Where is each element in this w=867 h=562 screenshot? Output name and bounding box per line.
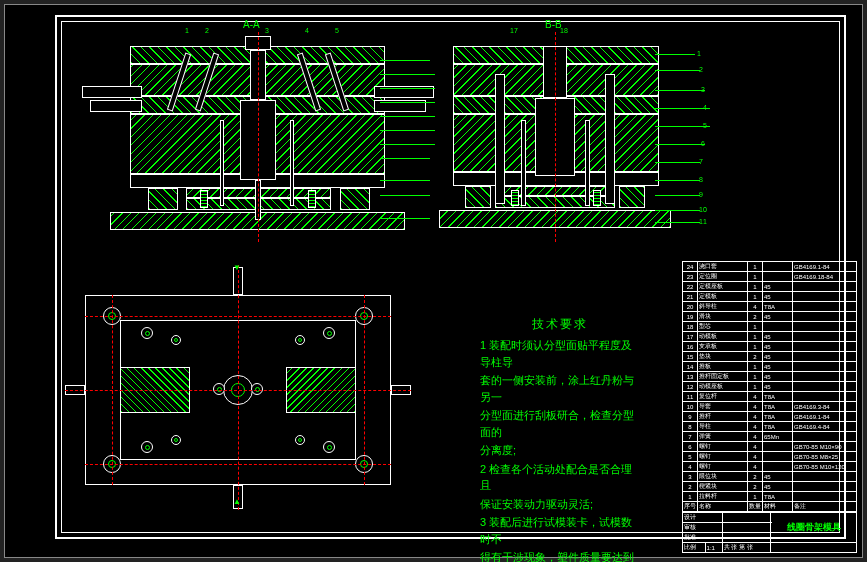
bom-row: 3限位块245 (683, 472, 857, 482)
notes-title: 技术要求 (480, 315, 640, 333)
bom-row: 11复位杆4T8A (683, 392, 857, 402)
bom-table: 24浇口套1GB4169.1-8423定位圈1GB4169.18-8422定模座… (682, 261, 857, 512)
tb-check-label: 审核 (683, 523, 723, 533)
cad-canvas: A-A (4, 4, 863, 558)
bom-row: 13推杆固定板145 (683, 372, 857, 382)
bom-row: 4螺钉4GB70-85 M10×120 (683, 462, 857, 472)
leader-num: 10 (699, 206, 707, 213)
bom-row: 6螺钉4GB70-85 M10×90 (683, 442, 857, 452)
plan-view: ▼ ▲ (65, 265, 410, 510)
bom-row: 1拉料杆1T8A (683, 492, 857, 502)
leader-num: 18 (560, 27, 568, 34)
bom-row: 12动模座板145 (683, 382, 857, 392)
leader-num: 4 (305, 27, 309, 34)
bom-row: 8导柱4T8AGB4169.4-84 (683, 422, 857, 432)
leader-num: 1 (185, 27, 189, 34)
section-label-a: A-A (243, 19, 260, 30)
bom-row: 22定模座板145 (683, 282, 857, 292)
bom-row: 16支承板145 (683, 342, 857, 352)
note-line: 套的一侧安装前，涂上红丹粉与另一 (480, 372, 640, 405)
leader-num: 1 (697, 50, 701, 57)
bom-row: 18型芯1 (683, 322, 857, 332)
tb-approve-label: 批准 (683, 533, 723, 543)
bom-row: 21定模板145 (683, 292, 857, 302)
leader-num: 2 (205, 27, 209, 34)
note-line: 2 检查各个活动处配合是否合理且 (480, 461, 640, 494)
leader-num: 4 (703, 104, 707, 111)
note-line: 保证安装动力驱动灵活; (480, 496, 640, 513)
bom-row: 14推板145 (683, 362, 857, 372)
bom-row: 9推杆4T8AGB4169.1-84 (683, 412, 857, 422)
leader-num: 5 (703, 122, 707, 129)
leader-num: 8 (699, 176, 703, 183)
bom-row: 15垫块245 (683, 352, 857, 362)
leader-num: 7 (699, 158, 703, 165)
bom-row: 2楔紧块245 (683, 482, 857, 492)
bom-row: 20斜导柱4T8A (683, 302, 857, 312)
tb-design-label: 设计 (683, 513, 723, 523)
note-line: 1 装配时须认分型面贴平程度及导柱导 (480, 337, 640, 370)
note-line: 分离度; (480, 442, 640, 459)
tb-sheet: 共 张 第 张 (722, 543, 770, 553)
bom-and-titleblock: 24浇口套1GB4169.1-8423定位圈1GB4169.18-8422定模座… (682, 261, 857, 553)
leader-num: 17 (510, 27, 518, 34)
bom-header-row: 序号名称数量材料备注 (683, 502, 857, 512)
leader-num: 11 (699, 218, 707, 225)
leader-num: 3 (265, 27, 269, 34)
bom-row: 23定位圈1GB4169.18-84 (683, 272, 857, 282)
leader-num: 2 (699, 66, 703, 73)
bom-row: 17动模板145 (683, 332, 857, 342)
bom-row: 10导套4T8AGB4169.3-84 (683, 402, 857, 412)
drawing-title: 线圈骨架模具 (771, 513, 857, 543)
note-line: 得有干涉现象，塑件质量要达到设计 (480, 549, 640, 562)
bom-row: 24浇口套1GB4169.1-84 (683, 262, 857, 272)
leader-num: 9 (699, 191, 703, 198)
bom-row: 19滑块245 (683, 312, 857, 322)
note-line: 分型面进行刮板研合，检查分型面的 (480, 407, 640, 440)
tb-scale-label: 比例 (683, 543, 706, 553)
section-view-b (435, 40, 675, 250)
leader-num: 3 (701, 86, 705, 93)
note-line: 3 装配后进行试模装卡，试模数时不 (480, 514, 640, 547)
technical-requirements: 技术要求 1 装配时须认分型面贴平程度及导柱导 套的一侧安装前，涂上红丹粉与另一… (480, 315, 640, 562)
tb-scale-value: 1:1 (705, 543, 722, 553)
section-view-a (100, 40, 415, 250)
bom-row: 5螺钉4GB70-85 M8×25 (683, 452, 857, 462)
bom-row: 7弹簧465Mn (683, 432, 857, 442)
leader-num: 5 (335, 27, 339, 34)
title-block: 设计 线圈骨架模具 审核 批准 比例 1:1 共 张 第 张 (682, 512, 857, 553)
leader-num: 6 (701, 140, 705, 147)
